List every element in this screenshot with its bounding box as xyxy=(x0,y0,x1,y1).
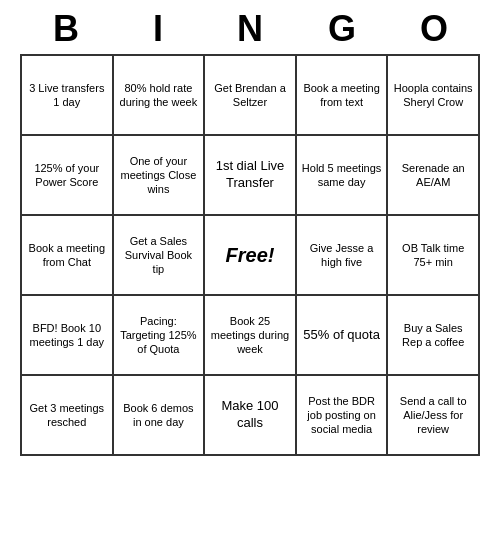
header-i: I xyxy=(115,8,201,50)
cell-21[interactable]: Book 6 demos in one day xyxy=(114,376,206,456)
cell-17[interactable]: Book 25 meetings during week xyxy=(205,296,297,376)
cell-0[interactable]: 3 Live transfers 1 day xyxy=(22,56,114,136)
cell-16[interactable]: Pacing: Targeting 125% of Quota xyxy=(114,296,206,376)
cell-6[interactable]: One of your meetings Close wins xyxy=(114,136,206,216)
cell-8[interactable]: Hold 5 meetings same day xyxy=(297,136,389,216)
bingo-grid: 3 Live transfers 1 day 80% hold rate dur… xyxy=(20,54,480,456)
cell-7[interactable]: 1st dial Live Transfer xyxy=(205,136,297,216)
cell-1[interactable]: 80% hold rate during the week xyxy=(114,56,206,136)
cell-19[interactable]: Buy a Sales Rep a coffee xyxy=(388,296,480,376)
cell-4[interactable]: Hoopla contains Sheryl Crow xyxy=(388,56,480,136)
header-n: N xyxy=(207,8,293,50)
cell-20[interactable]: Get 3 meetings resched xyxy=(22,376,114,456)
cell-11[interactable]: Get a Sales Survival Book tip xyxy=(114,216,206,296)
header-b: B xyxy=(23,8,109,50)
cell-5[interactable]: 125% of your Power Score xyxy=(22,136,114,216)
cell-18[interactable]: 55% of quota xyxy=(297,296,389,376)
cell-14[interactable]: OB Talk time 75+ min xyxy=(388,216,480,296)
cell-10[interactable]: Book a meeting from Chat xyxy=(22,216,114,296)
header-o: O xyxy=(391,8,477,50)
cell-2[interactable]: Get Brendan a Seltzer xyxy=(205,56,297,136)
cell-free[interactable]: Free! xyxy=(205,216,297,296)
cell-3[interactable]: Book a meeting from text xyxy=(297,56,389,136)
bingo-header: B I N G O xyxy=(20,0,480,54)
cell-13[interactable]: Give Jesse a high five xyxy=(297,216,389,296)
cell-9[interactable]: Serenade an AE/AM xyxy=(388,136,480,216)
cell-23[interactable]: Post the BDR job posting on social media xyxy=(297,376,389,456)
header-g: G xyxy=(299,8,385,50)
cell-15[interactable]: BFD! Book 10 meetings 1 day xyxy=(22,296,114,376)
cell-24[interactable]: Send a call to Alie/Jess for review xyxy=(388,376,480,456)
cell-22[interactable]: Make 100 calls xyxy=(205,376,297,456)
